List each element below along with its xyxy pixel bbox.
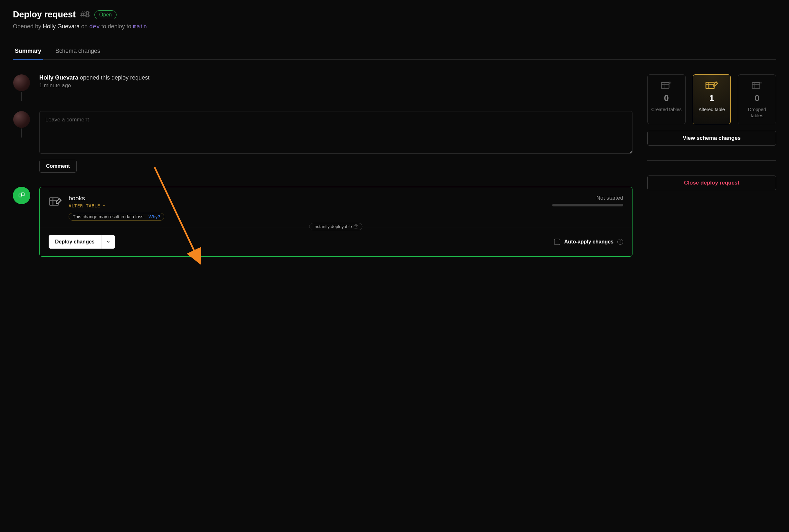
auto-apply-label: Auto-apply changes [564,239,614,245]
table-minus-icon [752,81,763,90]
source-branch[interactable]: dev [89,23,100,30]
deploy-card: books ALTER TABLE Not started [39,187,633,256]
avatar [13,74,30,91]
to-deploy-to-text: to deploy to [101,23,131,30]
on-word: on [81,23,88,30]
author-link[interactable]: Holly Guevara [43,23,79,30]
view-schema-changes-button[interactable]: View schema changes [647,131,776,146]
timeline-opened-text: Holly Guevara opened this deploy request [39,74,150,81]
deploy-request-number: #8 [80,10,90,20]
instantly-deployable-pill: Instantly deployable ? [309,223,362,230]
chevron-down-icon [106,240,111,244]
help-icon[interactable]: ? [354,225,359,229]
data-loss-warning: This change may result in data loss. Why… [69,213,164,221]
dropped-tables-label: Dropped tables [741,107,773,119]
divider [647,160,776,161]
warning-why-link[interactable]: Why? [149,214,160,219]
alter-table-dropdown[interactable]: ALTER TABLE [69,203,106,208]
svg-rect-7 [661,82,669,88]
table-plus-icon [661,81,672,90]
page-title: Deploy request [13,10,76,20]
table-edit-icon [705,81,718,90]
close-deploy-request-button[interactable]: Close deploy request [647,175,776,190]
comment-button[interactable]: Comment [39,160,77,173]
table-edit-icon [49,196,61,221]
avatar [13,111,30,128]
tab-summary[interactable]: Summary [13,48,43,60]
auto-apply-checkbox[interactable] [554,239,560,245]
chevron-down-icon [102,204,106,208]
altered-tables-card[interactable]: 1 Altered table [693,74,731,124]
instantly-deployable-text: Instantly deployable [313,224,352,229]
comment-input[interactable] [39,111,633,154]
status-badge: Open [94,10,117,19]
altered-tables-label: Altered table [698,107,725,113]
deploy-marker-icon [13,187,30,204]
timeline-line [21,92,22,101]
target-branch[interactable]: main [133,23,147,30]
timeline-time: 1 minute ago [39,82,150,89]
timeline-author[interactable]: Holly Guevara [39,74,78,81]
created-tables-label: Created tables [651,107,681,113]
deploy-button-group: Deploy changes [49,235,115,249]
warning-text: This change may result in data loss. [73,214,145,219]
created-tables-card[interactable]: 0 Created tables [647,74,686,124]
opened-by-prefix: Opened by [13,23,41,30]
alter-table-label: ALTER TABLE [69,203,100,208]
altered-tables-count: 1 [709,93,714,103]
deploy-dropdown-button[interactable] [101,235,115,249]
created-tables-count: 0 [664,93,669,103]
subheader: Opened by Holly Guevara on dev to deploy… [13,23,776,30]
svg-rect-15 [752,82,760,88]
timeline-action-text: opened this deploy request [80,74,150,81]
deploy-changes-button[interactable]: Deploy changes [49,235,101,249]
progress-bar [552,204,623,206]
help-icon[interactable]: ? [617,239,623,245]
tab-schema-changes[interactable]: Schema changes [54,48,102,59]
timeline-line [21,129,22,137]
auto-apply-group: Auto-apply changes ? [554,239,623,245]
deploy-status-text: Not started [552,195,623,201]
dropped-tables-card[interactable]: 0 Dropped tables [738,74,776,124]
deploy-table-name: books [69,195,106,202]
dropped-tables-count: 0 [754,93,759,103]
tabs-bar: Summary Schema changes [13,48,776,60]
